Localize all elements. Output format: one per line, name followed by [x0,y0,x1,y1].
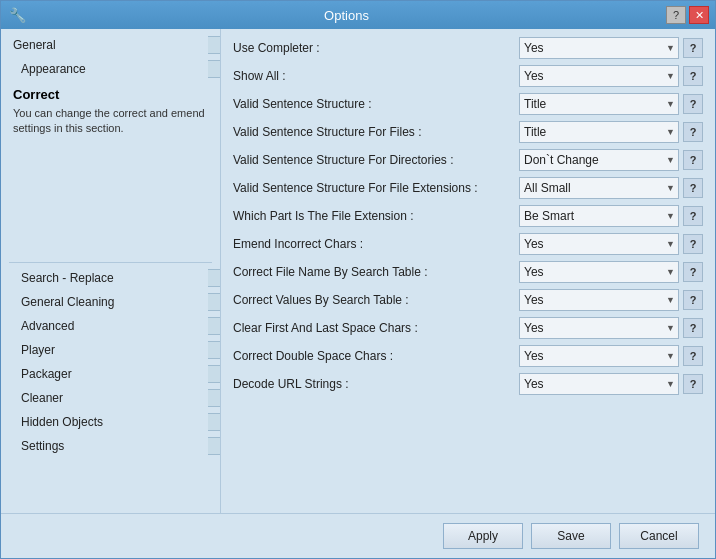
help-btn-valid-sentence-structure-extensions[interactable]: ? [683,178,703,198]
help-btn-correct-file-name-search-table[interactable]: ? [683,262,703,282]
select-show-all[interactable]: YesNo [519,65,679,87]
select-valid-sentence-structure[interactable]: TitleAll SmallAll CapitalDon`t Change [519,93,679,115]
form-control-wrap-valid-sentence-structure: TitleAll SmallAll CapitalDon`t Change? [519,93,703,115]
help-btn-valid-sentence-structure[interactable]: ? [683,94,703,114]
sidebar-divider [9,262,212,263]
help-btn-correct-double-space[interactable]: ? [683,346,703,366]
select-correct-double-space[interactable]: YesNo [519,345,679,367]
sidebar-item-cleaner[interactable]: Cleaner [1,387,220,409]
close-button[interactable]: ✕ [689,6,709,24]
select-valid-sentence-structure-extensions[interactable]: TitleAll SmallAll CapitalDon`t Change [519,177,679,199]
form-label-correct-double-space: Correct Double Space Chars : [233,349,513,363]
select-clear-first-last-space[interactable]: YesNo [519,317,679,339]
form-row-valid-sentence-structure-files: Valid Sentence Structure For Files :Titl… [233,121,703,143]
title-bar: 🔧 Options ? ✕ [1,1,715,29]
form-row-emend-incorrect-chars: Emend Incorrect Chars :YesNo? [233,233,703,255]
sidebar-item-general-cleaning[interactable]: General Cleaning [1,291,220,313]
form-label-valid-sentence-structure: Valid Sentence Structure : [233,97,513,111]
options-dialog: 🔧 Options ? ✕ General Appearance Correct… [0,0,716,559]
help-btn-emend-incorrect-chars[interactable]: ? [683,234,703,254]
form-control-wrap-valid-sentence-structure-dirs: TitleAll SmallAll CapitalDon`t Change? [519,149,703,171]
sidebar-item-general[interactable]: General [1,34,220,56]
select-valid-sentence-structure-dirs[interactable]: TitleAll SmallAll CapitalDon`t Change [519,149,679,171]
select-wrapper-correct-values-search-table: YesNo [519,289,679,311]
form-label-valid-sentence-structure-files: Valid Sentence Structure For Files : [233,125,513,139]
form-row-decode-url-strings: Decode URL Strings :YesNo? [233,373,703,395]
select-wrapper-emend-incorrect-chars: YesNo [519,233,679,255]
form-row-clear-first-last-space: Clear First And Last Space Chars :YesNo? [233,317,703,339]
form-row-show-all: Show All :YesNo? [233,65,703,87]
sidebar-item-packager[interactable]: Packager [1,363,220,385]
select-wrapper-correct-file-name-search-table: YesNo [519,261,679,283]
select-wrapper-valid-sentence-structure-dirs: TitleAll SmallAll CapitalDon`t Change [519,149,679,171]
select-emend-incorrect-chars[interactable]: YesNo [519,233,679,255]
select-wrapper-decode-url-strings: YesNo [519,373,679,395]
help-btn-clear-first-last-space[interactable]: ? [683,318,703,338]
dialog-title: Options [27,8,666,23]
app-icon: 🔧 [7,5,27,25]
form-row-correct-file-name-search-table: Correct File Name By Search Table :YesNo… [233,261,703,283]
correct-spacer [1,139,220,259]
form-label-correct-values-search-table: Correct Values By Search Table : [233,293,513,307]
select-correct-file-name-search-table[interactable]: YesNo [519,261,679,283]
correct-section-title: Correct [13,87,208,102]
form-control-wrap-decode-url-strings: YesNo? [519,373,703,395]
help-btn-show-all[interactable]: ? [683,66,703,86]
sidebar-item-appearance[interactable]: Appearance [1,58,220,80]
form-control-wrap-correct-values-search-table: YesNo? [519,289,703,311]
form-label-show-all: Show All : [233,69,513,83]
form-label-valid-sentence-structure-dirs: Valid Sentence Structure For Directories… [233,153,513,167]
form-control-wrap-use-completer: YesNo? [519,37,703,59]
form-label-decode-url-strings: Decode URL Strings : [233,377,513,391]
apply-button[interactable]: Apply [443,523,523,549]
form-control-wrap-correct-double-space: YesNo? [519,345,703,367]
help-btn-use-completer[interactable]: ? [683,38,703,58]
help-btn-valid-sentence-structure-dirs[interactable]: ? [683,150,703,170]
cancel-button[interactable]: Cancel [619,523,699,549]
select-correct-values-search-table[interactable]: YesNo [519,289,679,311]
select-wrapper-valid-sentence-structure-files: TitleAll SmallAll CapitalDon`t Change [519,121,679,143]
dialog-body: General Appearance Correct You can chang… [1,29,715,513]
save-button[interactable]: Save [531,523,611,549]
select-wrapper-correct-double-space: YesNo [519,345,679,367]
sidebar: General Appearance Correct You can chang… [1,29,221,513]
sidebar-item-hidden-objects[interactable]: Hidden Objects [1,411,220,433]
form-row-valid-sentence-structure-extensions: Valid Sentence Structure For File Extens… [233,177,703,199]
correct-section: Correct You can change the correct and e… [1,81,220,139]
select-which-part-file-extension[interactable]: Be SmartLast DotFirst Dot [519,205,679,227]
form-row-correct-values-search-table: Correct Values By Search Table :YesNo? [233,289,703,311]
help-button[interactable]: ? [666,6,686,24]
select-use-completer[interactable]: YesNo [519,37,679,59]
form-row-valid-sentence-structure: Valid Sentence Structure :TitleAll Small… [233,93,703,115]
select-decode-url-strings[interactable]: YesNo [519,373,679,395]
form-label-which-part-file-extension: Which Part Is The File Extension : [233,209,513,223]
sidebar-item-settings[interactable]: Settings [1,435,220,457]
select-valid-sentence-structure-files[interactable]: TitleAll SmallAll CapitalDon`t Change [519,121,679,143]
form-row-which-part-file-extension: Which Part Is The File Extension :Be Sma… [233,205,703,227]
form-control-wrap-valid-sentence-structure-files: TitleAll SmallAll CapitalDon`t Change? [519,121,703,143]
sidebar-item-advanced[interactable]: Advanced [1,315,220,337]
sidebar-item-player[interactable]: Player [1,339,220,361]
help-btn-valid-sentence-structure-files[interactable]: ? [683,122,703,142]
select-wrapper-valid-sentence-structure-extensions: TitleAll SmallAll CapitalDon`t Change [519,177,679,199]
form-row-use-completer: Use Completer :YesNo? [233,37,703,59]
form-control-wrap-show-all: YesNo? [519,65,703,87]
form-row-valid-sentence-structure-dirs: Valid Sentence Structure For Directories… [233,149,703,171]
help-btn-correct-values-search-table[interactable]: ? [683,290,703,310]
select-wrapper-which-part-file-extension: Be SmartLast DotFirst Dot [519,205,679,227]
form-control-wrap-which-part-file-extension: Be SmartLast DotFirst Dot? [519,205,703,227]
form-control-wrap-correct-file-name-search-table: YesNo? [519,261,703,283]
form-label-clear-first-last-space: Clear First And Last Space Chars : [233,321,513,335]
help-btn-which-part-file-extension[interactable]: ? [683,206,703,226]
content-area: Use Completer :YesNo?Show All :YesNo?Val… [221,29,715,513]
help-btn-decode-url-strings[interactable]: ? [683,374,703,394]
select-wrapper-show-all: YesNo [519,65,679,87]
select-wrapper-clear-first-last-space: YesNo [519,317,679,339]
form-label-emend-incorrect-chars: Emend Incorrect Chars : [233,237,513,251]
sidebar-item-search-replace[interactable]: Search - Replace [1,267,220,289]
dialog-footer: Apply Save Cancel [1,513,715,558]
form-label-correct-file-name-search-table: Correct File Name By Search Table : [233,265,513,279]
select-wrapper-use-completer: YesNo [519,37,679,59]
form-label-valid-sentence-structure-extensions: Valid Sentence Structure For File Extens… [233,181,513,195]
form-label-use-completer: Use Completer : [233,41,513,55]
